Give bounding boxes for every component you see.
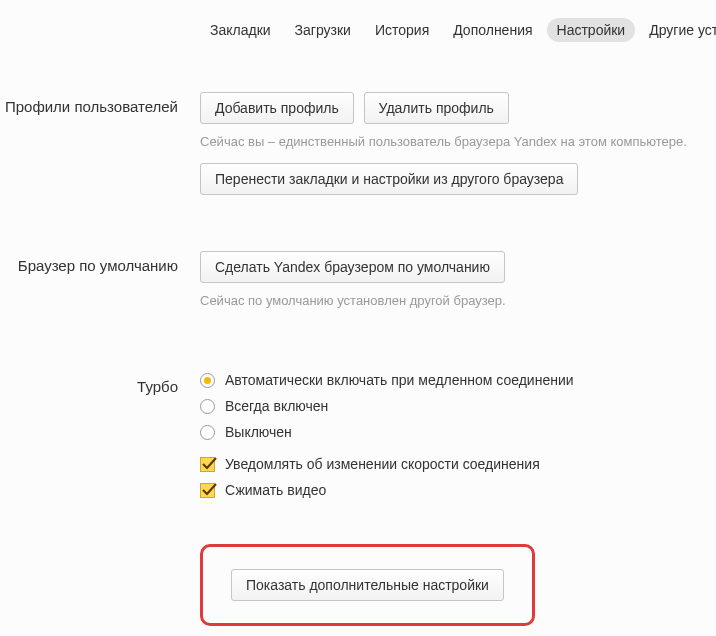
turbo-check-notify[interactable]: Уведомлять об изменении скорости соедине… (200, 456, 716, 472)
tab-history[interactable]: История (365, 18, 439, 42)
settings-tabs: Закладки Загрузки История Дополнения Нас… (0, 0, 716, 42)
delete-profile-button[interactable]: Удалить профиль (364, 92, 509, 124)
default-browser-hint: Сейчас по умолчанию установлен другой бр… (200, 293, 716, 308)
show-more-highlight: Показать дополнительные настройки (200, 544, 535, 626)
turbo-radio-always[interactable]: Всегда включен (200, 398, 716, 414)
checkbox-icon (200, 483, 215, 498)
check-label: Сжимать видео (225, 482, 326, 498)
section-turbo: Турбо Автоматически включать при медленн… (0, 372, 716, 508)
tab-addons[interactable]: Дополнения (443, 18, 542, 42)
radio-label: Выключен (225, 424, 292, 440)
radio-label: Автоматически включать при медленном сое… (225, 372, 574, 388)
tab-other-devices[interactable]: Другие устр (639, 18, 716, 42)
profiles-hint: Сейчас вы – единственный пользователь бр… (200, 134, 716, 149)
settings-content: Профили пользователей Добавить профиль У… (0, 42, 716, 626)
radio-icon (200, 399, 215, 414)
tab-settings[interactable]: Настройки (547, 18, 636, 42)
radio-icon (200, 425, 215, 440)
radio-label: Всегда включен (225, 398, 328, 414)
show-additional-settings-button[interactable]: Показать дополнительные настройки (231, 569, 504, 601)
tab-bookmarks[interactable]: Закладки (200, 18, 281, 42)
turbo-check-compress[interactable]: Сжимать видео (200, 482, 716, 498)
set-default-browser-button[interactable]: Сделать Yandex браузером по умолчанию (200, 251, 505, 283)
tab-downloads[interactable]: Загрузки (285, 18, 361, 42)
import-bookmarks-button[interactable]: Перенести закладки и настройки из другог… (200, 163, 578, 195)
add-profile-button[interactable]: Добавить профиль (200, 92, 354, 124)
checkbox-icon (200, 457, 215, 472)
default-browser-label: Браузер по умолчанию (0, 251, 200, 275)
check-label: Уведомлять об изменении скорости соедине… (225, 456, 540, 472)
radio-icon (200, 373, 215, 388)
turbo-radio-auto[interactable]: Автоматически включать при медленном сое… (200, 372, 716, 388)
profiles-label: Профили пользователей (0, 92, 200, 116)
turbo-radio-off[interactable]: Выключен (200, 424, 716, 440)
section-profiles: Профили пользователей Добавить профиль У… (0, 92, 716, 201)
turbo-label: Турбо (0, 372, 200, 396)
section-default-browser: Браузер по умолчанию Сделать Yandex брау… (0, 251, 716, 322)
